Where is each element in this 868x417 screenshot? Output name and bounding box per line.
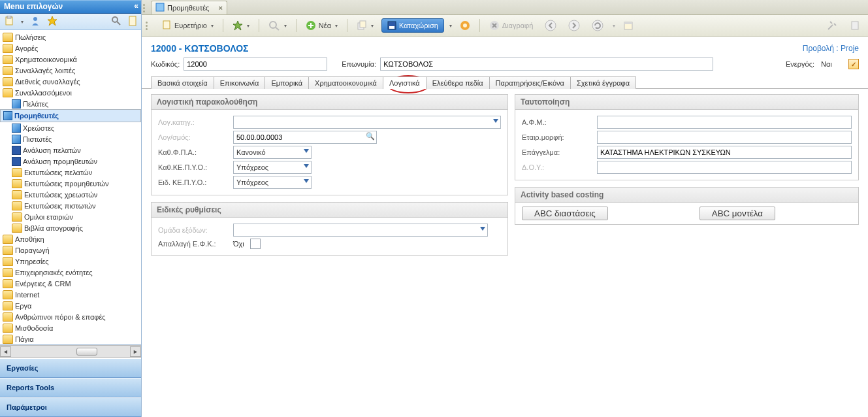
- tree-node[interactable]: Διεθνείς συναλλαγές: [0, 76, 141, 87]
- tree-node[interactable]: Εκτυπώσεις πιστωτών: [0, 200, 141, 211]
- nav-first-button[interactable]: [541, 18, 560, 33]
- tree-node[interactable]: Ενέργειες & CRM: [0, 278, 141, 289]
- chevron-down-icon[interactable]: ▾: [613, 23, 615, 29]
- tools-button[interactable]: [822, 18, 842, 33]
- save-button[interactable]: Καταχώριση: [381, 18, 444, 33]
- tree-node[interactable]: Ανάλυση προμηθευτών: [0, 156, 141, 167]
- collapse-icon[interactable]: «: [134, 1, 138, 10]
- scroll-left-icon[interactable]: ◄: [0, 346, 11, 357]
- chevron-down-icon[interactable]: ▾: [449, 23, 452, 29]
- field-select[interactable]: Υπόχρεος: [233, 161, 312, 174]
- calendar-button[interactable]: [619, 18, 637, 33]
- tree-node[interactable]: Πιστωτές: [0, 133, 141, 144]
- field-select[interactable]: Κανονικό: [233, 146, 312, 159]
- detail-tab[interactable]: Λογιστικά: [383, 76, 426, 89]
- chevron-down-icon: ▾: [247, 23, 249, 29]
- toolbar-handle-icon[interactable]: [146, 19, 152, 32]
- tree-node[interactable]: Επιχειρησιακές ενότητες: [0, 267, 141, 278]
- new-button[interactable]: Νέα ▾: [302, 18, 342, 33]
- tree-node[interactable]: Ανάλυση πελατών: [0, 144, 141, 156]
- field-input[interactable]: [597, 131, 852, 144]
- search-icon[interactable]: 🔍: [366, 132, 375, 141]
- nav-prev-button[interactable]: [564, 18, 584, 33]
- nav-tree[interactable]: ΠωλήσειςΑγορέςΧρηματοοικονομικάΣυναλλαγέ…: [0, 30, 141, 345]
- tree-node[interactable]: Πελάτες: [0, 98, 141, 109]
- field-input[interactable]: [597, 161, 852, 174]
- efk-checkbox[interactable]: [250, 239, 261, 249]
- svg-rect-1: [7, 16, 11, 18]
- view-label[interactable]: Προβολή : Proje: [803, 44, 859, 53]
- accordion-section[interactable]: Παράμετροι: [0, 397, 141, 417]
- chevron-down-icon: [480, 227, 485, 231]
- tree-node[interactable]: Αποθήκη: [0, 233, 141, 244]
- tree-node[interactable]: Ανθρώπινοι πόροι & επαφές: [0, 311, 141, 322]
- document-icon[interactable]: [128, 16, 137, 27]
- tree-node[interactable]: Προμηθευτές: [0, 109, 141, 122]
- abc-dimensions-button[interactable]: ABC διαστάσεις: [522, 207, 608, 220]
- tree-node[interactable]: Εκτυπώσεις πελατών: [0, 167, 141, 178]
- field-input[interactable]: [597, 146, 852, 159]
- close-icon[interactable]: ×: [218, 4, 222, 12]
- detail-tab[interactable]: Βασικά στοιχεία: [151, 76, 214, 89]
- active-checkbox[interactable]: [848, 59, 859, 69]
- abc-models-button[interactable]: ABC μοντέλα: [699, 207, 775, 220]
- tree-node[interactable]: Εκτυπώσεις χρεωστών: [0, 189, 141, 200]
- tree-node[interactable]: Εκτυπώσεις προμηθευτών: [0, 178, 141, 189]
- tree-node[interactable]: Υπηρεσίες: [0, 256, 141, 267]
- name-input[interactable]: [380, 58, 713, 71]
- index-button[interactable]: Ευρετήριο ▾: [157, 18, 217, 33]
- detail-tab[interactable]: Χρηματοοικονομικά: [309, 76, 383, 89]
- expense-group-select[interactable]: [233, 224, 488, 237]
- tree-node[interactable]: Βιβλία απογραφής: [0, 222, 141, 233]
- favorite-button[interactable]: ▾: [229, 18, 253, 33]
- tree-node[interactable]: Ομιλοι εταιριών: [0, 211, 141, 222]
- clipboard-icon[interactable]: [4, 16, 14, 27]
- active-value: Ναι: [818, 58, 844, 70]
- refresh-button[interactable]: [588, 18, 607, 33]
- tree-node[interactable]: Χρηματοοικονομικά: [0, 54, 141, 65]
- detail-tab[interactable]: Εμπορικά: [265, 76, 309, 89]
- tree-node[interactable]: Αγορές: [0, 42, 141, 54]
- name-label: Επωνυμία:: [342, 60, 376, 68]
- tree-node[interactable]: Συναλλασσόμενοι: [0, 87, 141, 98]
- tree-node[interactable]: Πάγια: [0, 333, 141, 344]
- accordion-section[interactable]: Reports Tools: [0, 378, 141, 397]
- tree-node-label: Χρηματοοικονομικά: [15, 56, 77, 63]
- tree-node[interactable]: Internet: [0, 289, 141, 300]
- scroll-thumb[interactable]: [76, 348, 97, 356]
- tree-node[interactable]: Μισθοδοσία: [0, 322, 141, 333]
- scroll-right-icon[interactable]: ►: [130, 346, 141, 357]
- action-button[interactable]: [456, 18, 474, 33]
- detail-tab[interactable]: Σχετικά έγγραφα: [571, 76, 636, 89]
- cube-icon: [3, 111, 12, 120]
- module-icon: [12, 157, 21, 166]
- star-icon[interactable]: [47, 16, 57, 27]
- drag-handle-icon[interactable]: [143, 1, 149, 14]
- dropdown-icon[interactable]: ▾: [21, 19, 24, 25]
- search-icon[interactable]: [111, 16, 121, 27]
- tree-node[interactable]: Εργα: [0, 300, 141, 311]
- tree-node[interactable]: Συναλλαγές λοιπές: [0, 65, 141, 76]
- accordion-section[interactable]: Εργασίες: [0, 358, 141, 378]
- detail-tab[interactable]: Ελεύθερα πεδία: [426, 76, 490, 89]
- svg-rect-25: [852, 22, 858, 29]
- tree-node[interactable]: Πωλήσεις: [0, 31, 141, 42]
- code-input[interactable]: [184, 58, 327, 71]
- copy-button[interactable]: ▾: [353, 18, 378, 33]
- paste-button[interactable]: [846, 18, 864, 33]
- detail-tab[interactable]: Παρατηρήσεις/Εικόνα: [490, 76, 571, 89]
- folder-icon: [12, 179, 22, 188]
- search-button[interactable]: ▾: [265, 18, 291, 33]
- tree-node-label: Βιβλία απογραφής: [24, 224, 83, 232]
- user-icon[interactable]: [30, 16, 40, 27]
- field-select[interactable]: [233, 116, 501, 129]
- field-lookup[interactable]: [233, 131, 377, 144]
- delete-button[interactable]: Διαγραφή: [485, 18, 538, 33]
- window-tab-suppliers[interactable]: Προμηθευτές ×: [151, 1, 227, 14]
- field-select[interactable]: Υπόχρεος: [233, 176, 312, 189]
- field-input[interactable]: [597, 116, 852, 129]
- detail-tab[interactable]: Επικοινωνία: [214, 76, 266, 89]
- tree-node[interactable]: Παραγωγή: [0, 244, 141, 256]
- tree-scrollbar[interactable]: ◄ ►: [0, 345, 141, 358]
- tree-node[interactable]: Χρεώστες: [0, 122, 141, 133]
